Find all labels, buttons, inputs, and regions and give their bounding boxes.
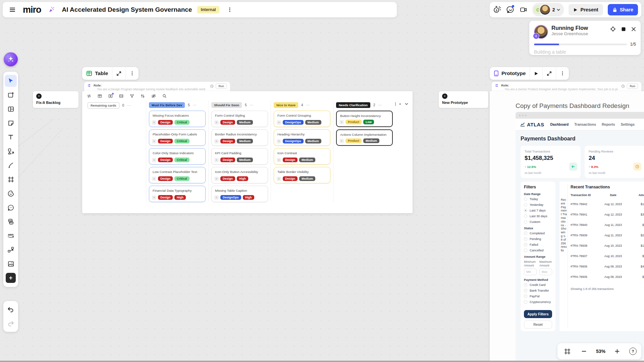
hamburger-menu-icon[interactable] <box>7 5 17 15</box>
kanban-card-table-border-visibility[interactable]: Table Border Visibility≡DesignMedium <box>274 167 330 183</box>
radio-option-custom[interactable]: Custom <box>524 220 552 224</box>
zoom-level[interactable]: 53% <box>596 349 605 354</box>
checkbox-option-cryptocurrency[interactable]: Cryptocurrency <box>524 300 552 304</box>
kanban-card-actions-column-implementation[interactable]: Actions Column Implementation≡ProductMed… <box>336 129 393 146</box>
transaction-row[interactable]: #TRX-78942Aug 12, 2023$1,250 <box>571 199 644 209</box>
undo-button[interactable] <box>5 302 17 316</box>
radio-control[interactable] <box>524 220 527 224</box>
nav-link-transactions[interactable]: Transactions <box>574 122 596 126</box>
checkbox-option-failed[interactable]: ✓Failed <box>524 243 552 246</box>
run-button[interactable]: Run <box>627 83 638 89</box>
share-button[interactable]: Share <box>608 4 638 15</box>
templates-tool[interactable] <box>5 88 17 102</box>
checkbox-control[interactable] <box>524 300 527 304</box>
radio-option-last-7-days[interactable]: Last 7 days <box>524 209 552 212</box>
fixit-backlog-frame[interactable]: ✦ Fix-It Backlog <box>33 91 78 108</box>
connector-tool[interactable] <box>5 243 17 257</box>
frame-tool[interactable] <box>5 172 17 186</box>
kanban-card-financial-data-typography[interactable]: Financial Data Typography≡DesignHigh <box>149 186 206 202</box>
column-menu-icon[interactable]: ⋯ <box>193 103 197 107</box>
column-header-chip[interactable]: Must Fix Before Dev <box>149 102 185 108</box>
checkbox-control[interactable]: ✓ <box>524 243 527 246</box>
present-button[interactable]: Present <box>569 4 603 15</box>
kanban-card-missing-focus-indicators[interactable]: Missing Focus Indicators≡DesignCritical <box>149 111 206 127</box>
checkbox-option-completed[interactable]: ✓Completed <box>524 232 552 235</box>
column-menu-icon[interactable]: ⋯ <box>250 103 254 107</box>
active-users[interactable]: C 2 <box>532 3 564 16</box>
radio-option-last-30-days[interactable]: Last 30 days <box>524 215 552 218</box>
zoom-in-button[interactable] <box>612 346 622 356</box>
checkbox-control[interactable]: ✓ <box>524 283 527 287</box>
table-expand-button[interactable] <box>112 67 125 80</box>
image-upload-tool[interactable] <box>5 257 17 271</box>
checkbox-option-paypal[interactable]: ✓PayPal <box>524 295 552 298</box>
radio-option-yesterday[interactable]: Yesterday <box>524 203 552 206</box>
checkbox-control[interactable] <box>524 249 527 252</box>
shapes-tool[interactable] <box>5 144 17 158</box>
transaction-row[interactable]: #TRX-78935Aug 09, 2023$780. <box>571 272 644 282</box>
kanban-card-placeholder-only-form-labels[interactable]: Placeholder-Only Form Labels≡DesignCriti… <box>149 129 206 146</box>
stickers-tool[interactable] <box>5 186 17 200</box>
text-tool[interactable] <box>5 130 17 144</box>
data-stack-tool[interactable] <box>5 215 17 229</box>
add-column-button[interactable]: ⎸+ <box>395 102 401 106</box>
miro-logo[interactable]: miro <box>23 5 41 15</box>
column-header-chip[interactable]: Should Fix Soon <box>211 102 242 108</box>
prototype-kebab-menu[interactable] <box>556 67 569 80</box>
reactions-icon[interactable] <box>506 5 515 15</box>
collapse-columns-icon[interactable] <box>405 102 409 106</box>
atlas-brand[interactable]: ATLAS <box>520 122 544 127</box>
zoom-out-button[interactable] <box>579 346 589 356</box>
kanban-card-form-control-styling[interactable]: Form Control Styling≡DesignMedium <box>211 111 268 127</box>
columns-icon[interactable] <box>108 94 113 98</box>
kanban-card-kpi-card-padding[interactable]: KPI Card Padding≡DesignMedium <box>211 148 268 165</box>
history-clock-icon[interactable] <box>621 84 625 88</box>
filter-icon[interactable] <box>130 94 134 98</box>
new-prototype-frame[interactable]: ✦ New Prototype <box>439 91 488 108</box>
more-tools-button[interactable]: + <box>6 273 16 283</box>
nav-link-dashboard[interactable]: Dashboard <box>550 122 569 126</box>
select-tool[interactable] <box>5 75 17 87</box>
kanban-card-form-control-grouping[interactable]: Form Control Grouping≡DesignOpsMedium <box>274 111 330 127</box>
radio-control[interactable] <box>524 215 527 218</box>
rows-icon[interactable] <box>119 94 123 98</box>
run-button[interactable]: Run <box>216 83 227 89</box>
column-menu-icon[interactable]: ⋯ <box>378 103 382 107</box>
radio-control[interactable] <box>524 209 527 212</box>
timer-icon[interactable]: 3 <box>493 5 502 15</box>
redo-button[interactable] <box>5 316 17 330</box>
kanban-card-border-radius-inconsistency[interactable]: Border Radius Inconsistency≡DesignMedium <box>211 129 268 146</box>
max-amount-input[interactable] <box>539 268 552 275</box>
nav-link-settings[interactable]: Settings <box>621 122 635 126</box>
kanban-card-missing-table-caption[interactable]: Missing Table Caption≡DesignOpsHigh <box>211 186 268 202</box>
fit-to-frame-icon[interactable] <box>562 346 572 356</box>
aws-app-tool[interactable]: aws <box>5 229 17 243</box>
table-widget-handle[interactable]: Table <box>82 67 112 80</box>
transaction-row[interactable]: #TRX-78939Aug 11, 2023$2,340 <box>571 230 644 240</box>
transaction-row[interactable]: #TRX-78936Aug 09, 2023$4,500 <box>571 261 644 272</box>
ai-assistant-button[interactable] <box>4 52 18 66</box>
reset-filters-button[interactable]: Reset <box>524 320 552 328</box>
nav-link-reports[interactable]: Reports <box>602 122 615 126</box>
checkbox-option-pending[interactable]: ✓Pending <box>524 237 552 241</box>
checkbox-control[interactable]: ✓ <box>524 295 527 298</box>
close-icon[interactable] <box>631 27 636 32</box>
checkbox-control[interactable]: ✓ <box>524 232 527 235</box>
checkbox-option-bank-transfer[interactable]: ✓Bank Transfer <box>524 289 552 292</box>
checkbox-control[interactable]: ✓ <box>524 289 527 292</box>
search-icon[interactable] <box>162 94 167 98</box>
hide-icon[interactable] <box>151 94 156 98</box>
video-call-icon[interactable] <box>519 5 527 15</box>
table-kebab-menu[interactable] <box>126 67 139 80</box>
checkbox-option-credit-card[interactable]: ✓Credit Card <box>524 283 552 287</box>
history-clock-icon[interactable] <box>210 84 214 88</box>
sync-icon[interactable] <box>87 94 91 98</box>
lane-menu-icon[interactable]: ⋯ <box>127 103 131 108</box>
prototype-widget-handle[interactable]: Prototype <box>490 67 530 80</box>
transaction-row[interactable]: #TRX-78937Aug 10, 2023$950. <box>571 251 644 261</box>
radio-control[interactable] <box>524 203 527 206</box>
kanban-card-low-contrast-placeholder-text[interactable]: Low Contrast Placeholder Text≡DesignCrit… <box>149 167 206 183</box>
radio-option-today[interactable]: Today <box>524 197 552 201</box>
min-amount-input[interactable] <box>524 268 537 275</box>
kanban-card-color-only-status-indicators[interactable]: Color-Only Status Indicators≡DesignCriti… <box>149 148 206 165</box>
